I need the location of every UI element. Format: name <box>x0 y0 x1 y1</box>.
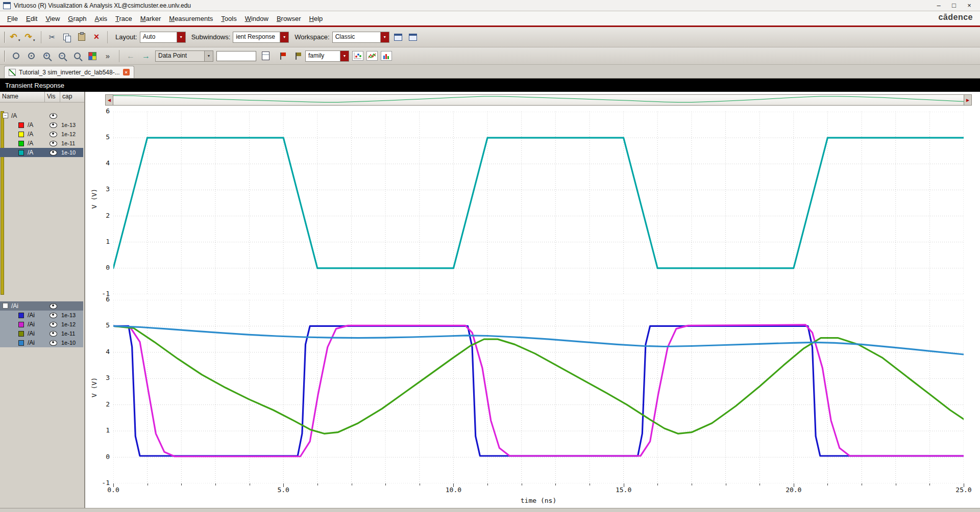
undo-button[interactable]: ↶ ▼ <box>9 31 21 44</box>
trace--Ai-cap-1e-12[interactable] <box>113 325 964 456</box>
expander-icon[interactable]: − <box>3 113 8 118</box>
menu-item-marker[interactable]: Marker <box>136 13 165 24</box>
scroll-left-arrow[interactable]: ◀ <box>105 94 113 106</box>
delete-button[interactable]: × <box>90 31 103 44</box>
zoom-out-button[interactable]: − <box>56 49 68 63</box>
restore-button[interactable]: □ <box>946 1 962 11</box>
trace-color-swatch[interactable] <box>18 313 24 318</box>
signal-row[interactable]: /A1e-13 <box>0 120 83 130</box>
overview-scrollbar[interactable]: ◀ ▶ <box>105 94 972 106</box>
toolbar-grip[interactable] <box>4 32 6 43</box>
visibility-eye-icon[interactable] <box>50 331 57 337</box>
point-value-input[interactable] <box>216 51 256 61</box>
marker-mode-dropdown[interactable]: Data Point ▼ <box>155 50 213 62</box>
chevron-down-icon[interactable]: ▼ <box>280 32 288 42</box>
redraw-button[interactable] <box>25 49 37 63</box>
menu-item-graph[interactable]: Graph <box>64 13 90 24</box>
signal-row[interactable]: /Ai1e-10 <box>0 338 83 347</box>
menu-item-edit[interactable]: Edit <box>22 13 41 24</box>
tree-column-cap[interactable]: cap <box>60 92 84 102</box>
line-plot-button[interactable] <box>366 51 378 61</box>
chevron-down-icon[interactable]: ▼ <box>380 32 389 42</box>
overview-track[interactable] <box>113 94 964 106</box>
visibility-eye-icon[interactable] <box>50 340 57 346</box>
strip-mode-button[interactable] <box>86 49 99 63</box>
fit-button[interactable] <box>10 49 22 63</box>
flag-red-button[interactable] <box>275 49 287 63</box>
subwindows-dropdown[interactable]: ient Response ▼ <box>233 32 289 43</box>
trace-color-swatch[interactable] <box>18 331 24 337</box>
visibility-eye-icon[interactable] <box>50 132 57 137</box>
paste-button[interactable] <box>76 31 88 44</box>
close-button[interactable]: × <box>962 1 977 11</box>
trace-color-swatch[interactable] <box>18 132 24 137</box>
signal-row[interactable]: /Ai1e-12 <box>0 320 83 329</box>
zoom-in-button[interactable]: + <box>40 49 53 63</box>
signal-row[interactable]: /A1e-10 <box>0 148 83 157</box>
visibility-eye-icon[interactable] <box>50 141 57 146</box>
visibility-eye-icon[interactable] <box>50 150 57 156</box>
next-point-button[interactable]: → <box>140 49 152 63</box>
save-workspace-button[interactable] <box>392 31 404 44</box>
signal-row[interactable]: /A1e-11 <box>0 139 83 148</box>
x-tick-mark <box>590 483 590 485</box>
redo-button[interactable]: ↷ ▼ <box>24 31 36 44</box>
tree-column-name[interactable]: Name <box>0 92 45 102</box>
tree-group-row[interactable]: −/A <box>0 111 83 120</box>
trace-color-swatch[interactable] <box>18 340 24 346</box>
y-tick-label: 1 <box>93 426 110 434</box>
scroll-right-arrow[interactable]: ▶ <box>964 94 972 106</box>
visibility-eye-icon[interactable] <box>50 313 57 318</box>
trace-color-swatch[interactable] <box>18 141 24 146</box>
trace--A-cap-1e-10[interactable] <box>113 138 964 268</box>
more-tools-button[interactable]: » <box>102 49 114 63</box>
menu-item-measurements[interactable]: Measurements <box>165 13 217 24</box>
visibility-eye-icon[interactable] <box>50 122 57 128</box>
copy-button[interactable] <box>61 31 73 44</box>
signal-row[interactable]: /A1e-12 <box>0 130 83 139</box>
menu-item-trace[interactable]: Trace <box>111 13 136 24</box>
x-tick-label: 5.0 <box>271 486 296 494</box>
prev-arrow-icon: ← <box>127 52 135 61</box>
tree-group-row[interactable]: −/Ai <box>0 301 83 311</box>
menu-item-window[interactable]: Window <box>241 13 273 24</box>
menu-item-browser[interactable]: Browser <box>273 13 305 24</box>
trace-color-swatch[interactable] <box>18 322 24 327</box>
minimize-button[interactable]: – <box>931 1 946 11</box>
signal-row[interactable]: /Ai1e-13 <box>0 311 83 320</box>
chevron-down-icon[interactable]: ▼ <box>204 51 213 61</box>
trace--Ai-cap-1e-10[interactable] <box>113 326 964 354</box>
layout-dropdown[interactable]: Auto ▼ <box>140 32 186 43</box>
trace-color-swatch[interactable] <box>18 122 24 128</box>
expander-icon[interactable]: − <box>3 303 8 309</box>
histogram-button[interactable] <box>381 51 392 61</box>
top-plot-canvas[interactable] <box>113 112 964 294</box>
tab-close-button[interactable]: × <box>123 69 130 75</box>
prev-point-button[interactable]: ← <box>125 49 137 63</box>
visibility-eye-icon[interactable] <box>50 322 57 327</box>
chevron-down-icon[interactable]: ▼ <box>177 32 185 42</box>
menu-item-tools[interactable]: Tools <box>217 13 240 24</box>
chevron-down-icon[interactable]: ▼ <box>340 51 349 61</box>
workspace-dropdown[interactable]: Classic ▼ <box>332 32 389 43</box>
visibility-eye-icon[interactable] <box>50 113 57 119</box>
visibility-eye-icon[interactable] <box>50 303 57 309</box>
tree-column-vis[interactable]: Vis <box>45 92 60 102</box>
scatter-plot-button[interactable] <box>352 51 363 61</box>
tab-tutorial3[interactable]: Tutorial_3 sim_inverter_dc_lab548-... × <box>4 66 134 78</box>
menu-item-file[interactable]: File <box>3 13 22 24</box>
trace-color-swatch[interactable] <box>18 150 24 156</box>
zoom-box-button[interactable] <box>71 49 83 63</box>
mnemonic-underline: T <box>221 15 225 22</box>
menu-item-help[interactable]: Help <box>305 13 327 24</box>
calculator-button[interactable] <box>259 49 272 63</box>
flag-olive-button[interactable] <box>290 49 302 63</box>
cut-button[interactable]: ✂ <box>46 31 58 44</box>
menu-item-axis[interactable]: Axis <box>90 13 111 24</box>
signal-row[interactable]: /Ai1e-11 <box>0 329 83 338</box>
family-dropdown[interactable]: family ▼ <box>305 50 349 62</box>
bottom-plot-canvas[interactable] <box>113 300 964 483</box>
delete-workspace-button[interactable] <box>407 31 419 44</box>
menu-item-view[interactable]: View <box>41 13 64 24</box>
toolbar-grip[interactable] <box>4 50 6 62</box>
